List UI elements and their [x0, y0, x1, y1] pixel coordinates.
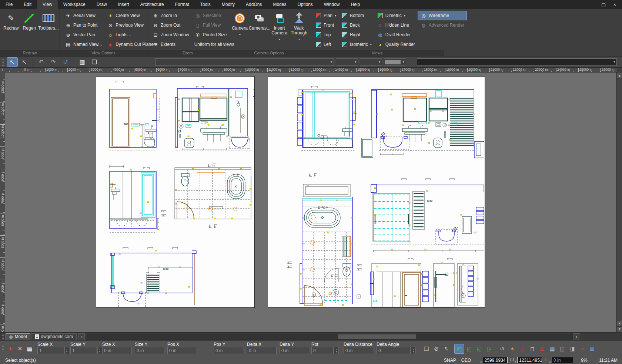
fence-select-icon[interactable]: ◳ — [484, 344, 494, 354]
tab-model[interactable]: ◍Model — [6, 333, 30, 340]
pan-object-icon[interactable]: ❏ — [421, 344, 431, 354]
no-border-icon[interactable]: ⊠ — [537, 344, 547, 354]
menu-help[interactable]: Help — [345, 0, 366, 9]
front-button[interactable]: Front — [312, 20, 339, 30]
menu-workspace[interactable]: Workspace — [58, 0, 91, 9]
grid-panel-icon[interactable]: ▦ — [25, 344, 34, 353]
spinner[interactable]: ▲▼ — [64, 347, 69, 354]
right-button[interactable]: Right — [339, 30, 374, 40]
coordinate-y-field[interactable]: 12311.4951 in — [517, 357, 542, 363]
extents-button[interactable]: ⊞Extents — [150, 40, 192, 49]
hidden-line-button[interactable]: ◌Hidden Line — [374, 20, 418, 30]
stamp-icon[interactable]: ⊓ — [527, 344, 537, 354]
menu-file[interactable]: File — [0, 0, 18, 9]
wireframe-button[interactable]: ◎Wireframe — [418, 11, 467, 20]
node-edit-icon[interactable]: ↖ — [441, 344, 451, 354]
sheets-icon[interactable]: ❏ — [89, 58, 100, 67]
rotate-icon[interactable]: ↺ — [497, 344, 507, 354]
propsbar-grip[interactable] — [2, 344, 4, 351]
canvas-vertical-scrollbar[interactable]: ▲▼▼ — [616, 73, 622, 332]
menu-draw[interactable]: Draw — [91, 0, 113, 9]
pan-to-point-button[interactable]: ⊕Pan to Point — [62, 20, 104, 30]
menu-format[interactable]: Format — [170, 0, 195, 9]
named-view-button[interactable]: ▤Named View... — [62, 40, 104, 49]
regen-button[interactable]: Regen — [21, 10, 39, 49]
menu-options[interactable]: Options — [292, 0, 318, 9]
crossing-select-icon[interactable]: ◱ — [474, 344, 484, 354]
menu-edit[interactable]: Edit — [18, 0, 37, 9]
left-button[interactable]: Left — [312, 40, 339, 49]
toggle-snap[interactable]: SNAP — [443, 358, 457, 363]
polygon-select-icon[interactable]: ◰ — [464, 344, 474, 354]
rot-input[interactable]: 0 — [311, 347, 334, 354]
toggle-geo[interactable]: GEO — [460, 358, 472, 363]
scroll-extra-button[interactable]: ▼ — [617, 326, 622, 332]
menu-modes[interactable]: Modes — [267, 0, 292, 9]
dimetric-button[interactable]: Dimetric▾ — [374, 11, 418, 20]
menu-architecture[interactable]: Architecture — [135, 0, 170, 9]
bottom-button[interactable]: Bottom — [339, 11, 374, 20]
lineweight-combo[interactable]: ▾ — [384, 58, 406, 66]
menu-insert[interactable]: Insert — [113, 0, 135, 9]
offset-icon[interactable]: ◫ — [557, 344, 567, 354]
delta-x-input[interactable]: 0 in — [247, 347, 277, 354]
table-icon[interactable]: ▦ — [77, 58, 87, 67]
pos-x-input[interactable]: 0 in — [167, 347, 197, 354]
pos-y-input[interactable]: 0 in — [214, 347, 243, 354]
select-arrow-icon[interactable]: ↖ — [7, 58, 17, 67]
scroll-up-button[interactable]: ▲ — [617, 73, 622, 79]
cameras-button[interactable]: Cameras... — [250, 10, 269, 49]
zoom-window-button[interactable]: ⊡Zoom Window — [150, 30, 192, 40]
coords-pick-icon[interactable]: ✶ — [6, 344, 15, 353]
spinner[interactable]: ▲▼ — [411, 347, 416, 354]
spinner[interactable]: ▲▼ — [334, 347, 339, 354]
frame-icon[interactable]: ▱ — [577, 344, 587, 354]
tab-scroll-left-button[interactable]: ◂ — [78, 333, 85, 340]
toolbars-button[interactable]: Toolbars... — [39, 10, 58, 49]
menu-window[interactable]: Window — [318, 0, 345, 9]
style-combo[interactable]: ▾ — [417, 58, 617, 66]
window-select-icon[interactable]: ◩ — [454, 344, 464, 354]
delta-warning-icon[interactable]: △ — [517, 344, 527, 354]
hide-object-icon[interactable]: ⊘ — [431, 344, 441, 354]
redo-icon[interactable]: ↷ — [48, 58, 58, 67]
drawing-canvas[interactable]: UDUDAB — [5, 73, 617, 332]
zoom-in-button[interactable]: ⊕Zoom In — [150, 11, 192, 20]
scroll-down-button[interactable]: ▼ — [617, 321, 622, 327]
top-button[interactable]: Top — [312, 30, 339, 40]
axis-checkbox-icon[interactable] — [511, 358, 514, 361]
plan-button[interactable]: Plan▾ — [312, 11, 339, 20]
minimize-icon[interactable]: – — [591, 2, 594, 7]
back-button[interactable]: Back — [339, 20, 374, 30]
coordinate-z-field[interactable]: 0 in — [552, 357, 573, 363]
delta-angle-input[interactable]: 0 — [377, 347, 411, 354]
delta-y-input[interactable]: 0 in — [280, 347, 309, 354]
canvas-horizontal-scrollbar[interactable] — [87, 334, 573, 340]
walk-through-button[interactable]: Walk Through▾ — [290, 10, 308, 49]
size-x-input[interactable]: 0 in — [102, 347, 132, 354]
menu-tools[interactable]: Tools — [195, 0, 216, 9]
camera-button[interactable]: Camera▾ — [230, 10, 249, 49]
tab-dwgmodels-com[interactable]: 1dwgmodels.com — [31, 333, 77, 340]
quality-render-button[interactable]: ◕Quality Render — [374, 40, 418, 49]
clip-icon[interactable]: ⊠ — [587, 344, 597, 354]
spinner[interactable]: ▲▼ — [97, 347, 102, 354]
color-combo[interactable]: ▾ — [336, 58, 358, 66]
redraw-button[interactable]: ✎Redraw — [2, 10, 20, 49]
array-icon[interactable]: ▦ — [547, 344, 557, 354]
restore-icon[interactable]: ▢ — [601, 2, 606, 7]
menu-modify[interactable]: Modify — [216, 0, 240, 9]
toolbar-grip[interactable] — [2, 58, 4, 66]
isometric-button[interactable]: Isometric▾ — [339, 40, 374, 49]
loop-select-icon[interactable]: ↺ — [60, 58, 71, 67]
aerial-view-button[interactable]: ✈Aerial View — [62, 11, 104, 20]
tabbar-grip[interactable] — [2, 333, 4, 340]
undo-icon[interactable]: ↶ — [36, 58, 46, 67]
horizontal-scroll-thumb[interactable] — [338, 334, 416, 339]
close-icon[interactable]: × — [613, 2, 616, 7]
node-select-icon[interactable]: ↖ — [19, 58, 30, 67]
menu-view[interactable]: View — [37, 0, 58, 9]
clear-selection-icon[interactable]: ✕ — [15, 344, 25, 353]
axis-checkbox-icon[interactable] — [545, 358, 548, 361]
insert-camera-button[interactable]: Insert Camera▾ — [270, 10, 289, 49]
